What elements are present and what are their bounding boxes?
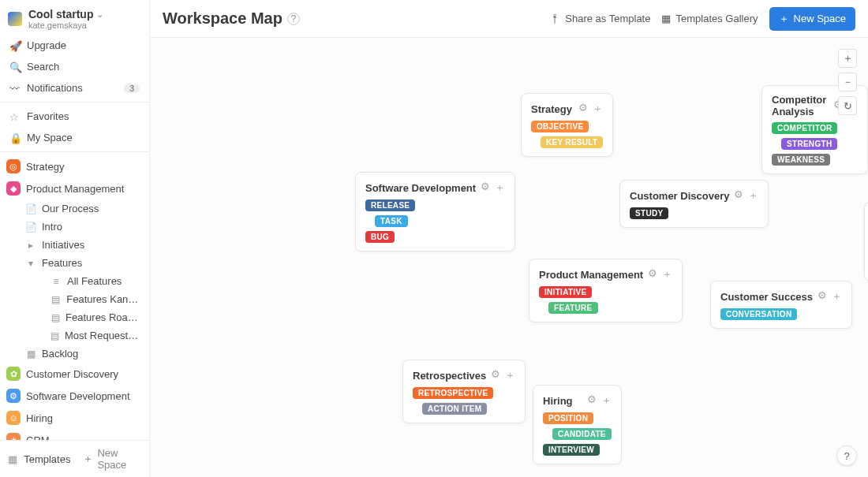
star-icon: ☆ xyxy=(9,111,21,122)
workspace-logo xyxy=(8,12,22,26)
notification-badge: 3 xyxy=(124,84,140,93)
tag: TASK xyxy=(375,215,408,227)
settings-icon[interactable]: ⚙ xyxy=(648,267,657,281)
tag: RETROSPECTIVE xyxy=(413,387,493,399)
plus-icon[interactable]: ＋ xyxy=(832,289,842,304)
nav-favorites[interactable]: ☆Favorites xyxy=(0,106,149,127)
chev-r-icon: ▸ xyxy=(25,240,36,251)
help-button[interactable]: ? xyxy=(836,445,857,466)
nav-upgrade[interactable]: 🚀Upgrade xyxy=(0,35,149,56)
sidebar-subitem[interactable]: ▤Most Requested Feat… xyxy=(0,326,149,345)
footer-templates[interactable]: Templates xyxy=(24,453,70,465)
settings-icon[interactable]: ⚙ xyxy=(481,181,490,195)
tag: RELEASE xyxy=(365,199,415,211)
templates-icon: ▦ xyxy=(8,453,17,464)
nav-search[interactable]: 🔍Search xyxy=(0,56,149,77)
workspace-map-canvas[interactable]: Strategy⚙＋OBJECTIVEKEY RESULTCompetitor … xyxy=(150,38,868,477)
plus-icon[interactable]: ＋ xyxy=(505,368,515,382)
zoom-controls: ＋ － ↻ xyxy=(838,49,857,115)
sidebar-item[interactable]: 📄Our Process xyxy=(0,199,149,218)
plus-icon[interactable]: ＋ xyxy=(662,267,672,281)
tag: CONVERSATION xyxy=(720,308,797,320)
topbar: Workspace Map? ⭱Share as Template ▦Templ… xyxy=(150,0,868,38)
map-node-strategy[interactable]: Strategy⚙＋OBJECTIVEKEY RESULT xyxy=(521,93,613,157)
nav-notifications[interactable]: 〰Notifications3 xyxy=(0,77,149,99)
sidebar: Cool startup⌄ kate.gemskaya 🚀Upgrade 🔍Se… xyxy=(0,0,150,477)
map-node-hiring[interactable]: Hiring⚙＋POSITIONCANDIDATEINTERVIEW xyxy=(533,385,622,464)
tag: BUG xyxy=(365,231,395,243)
sidebar-item[interactable]: 📄Intro xyxy=(0,218,149,236)
tag: COMPETITOR xyxy=(772,122,837,134)
main-area: Workspace Map? ⭱Share as Template ▦Templ… xyxy=(150,0,868,477)
templates-gallery[interactable]: ▦Templates Gallery xyxy=(661,13,758,24)
map-node-retro[interactable]: Retrospectives⚙＋RETROSPECTIVEACTION ITEM xyxy=(402,360,526,423)
space-tree: ◎Strategy◆Product Management📄Our Process… xyxy=(0,155,149,440)
page-title: Workspace Map? xyxy=(163,9,300,28)
grid-icon: ▦ xyxy=(25,348,36,360)
activity-icon: 〰 xyxy=(9,83,21,94)
sidebar-space[interactable]: ☺Hiring xyxy=(0,407,149,429)
node-title: Customer Discovery xyxy=(630,190,729,202)
node-title: Retrospectives xyxy=(413,370,486,382)
sidebar-item[interactable]: ▸Initiatives xyxy=(0,236,149,254)
plus-icon[interactable]: ＋ xyxy=(593,102,603,116)
upload-icon: ⭱ xyxy=(550,13,560,24)
plus-icon[interactable]: ＋ xyxy=(601,393,612,408)
nav-myspace[interactable]: 🔒My Space xyxy=(0,127,149,148)
settings-icon[interactable]: ⚙ xyxy=(734,188,743,203)
map-node-custdisc[interactable]: Customer Discovery⚙＋STUDY xyxy=(619,180,769,228)
tag: FEATURE xyxy=(548,302,598,314)
sidebar-subitem[interactable]: ▤Features Roadmap xyxy=(0,308,149,326)
tag: POSITION xyxy=(543,412,593,424)
sidebar-subitem[interactable]: ▤Features Kanban xyxy=(0,290,149,308)
help-icon[interactable]: ? xyxy=(287,13,300,25)
sidebar-space[interactable]: ✿Customer Discovery xyxy=(0,363,149,385)
footer-new-space[interactable]: ＋New Space xyxy=(83,447,141,471)
tag: WEAKNESS xyxy=(772,154,830,166)
new-space-button[interactable]: ＋New Space xyxy=(769,7,855,31)
plus-icon[interactable]: ＋ xyxy=(495,181,505,195)
board-icon: ▤ xyxy=(51,294,61,305)
zoom-out-button[interactable]: － xyxy=(838,73,857,91)
tag: INTERVIEW xyxy=(543,444,600,456)
space-icon: ✿ xyxy=(6,367,21,381)
search-icon: 🔍 xyxy=(9,61,21,73)
doc-icon: 📄 xyxy=(25,222,36,233)
grid-icon: ▦ xyxy=(661,13,671,24)
map-node-prodmgmt[interactable]: Product Management⚙＋INITIATIVEFEATURE xyxy=(529,259,683,322)
tag: STRENGTH xyxy=(781,138,837,150)
space-icon: ✶ xyxy=(6,433,21,440)
zoom-reset-button[interactable]: ↻ xyxy=(838,96,857,115)
map-node-crm[interactable]: CRM⚙＋ACCOUNTACTIVITYCONTACT xyxy=(864,202,868,281)
sidebar-subitem[interactable]: ≡All Features xyxy=(0,272,149,290)
settings-icon[interactable]: ⚙ xyxy=(817,289,827,304)
settings-icon[interactable]: ⚙ xyxy=(587,393,597,408)
node-title: Product Management xyxy=(539,269,643,281)
node-title: Competitor Analysis xyxy=(772,94,829,117)
zoom-in-button[interactable]: ＋ xyxy=(838,49,857,68)
sidebar-space[interactable]: ⚙Software Development xyxy=(0,385,149,407)
sidebar-space[interactable]: ✶CRM xyxy=(0,429,149,440)
plus-icon[interactable]: ＋ xyxy=(748,188,758,203)
map-node-custsucc[interactable]: Customer Success⚙＋CONVERSATION xyxy=(710,281,852,329)
settings-icon[interactable]: ⚙ xyxy=(491,368,500,382)
map-node-softdev[interactable]: Software Development⚙＋RELEASETASKBUG xyxy=(355,172,515,252)
tag: ACTION ITEM xyxy=(422,403,487,415)
sidebar-space[interactable]: ◆Product Management xyxy=(0,177,149,199)
space-icon: ⚙ xyxy=(6,389,21,403)
sidebar-item[interactable]: ▦Backlog xyxy=(0,345,149,363)
board-icon: ▤ xyxy=(51,312,60,323)
rocket-icon: 🚀 xyxy=(9,40,21,51)
sidebar-space[interactable]: ◎Strategy xyxy=(0,155,149,177)
share-as-template[interactable]: ⭱Share as Template xyxy=(550,13,650,24)
workspace-header[interactable]: Cool startup⌄ kate.gemskaya xyxy=(0,0,149,35)
sidebar-item[interactable]: ▾Features xyxy=(0,254,149,272)
space-icon: ◎ xyxy=(6,159,21,173)
node-title: Software Development xyxy=(365,182,476,194)
node-title: Customer Success xyxy=(720,291,813,303)
tag: KEY RESULT xyxy=(541,136,603,148)
plus-icon: ＋ xyxy=(83,452,93,466)
plus-icon: ＋ xyxy=(779,12,789,26)
node-title: Strategy xyxy=(531,103,572,115)
settings-icon[interactable]: ⚙ xyxy=(578,102,588,116)
